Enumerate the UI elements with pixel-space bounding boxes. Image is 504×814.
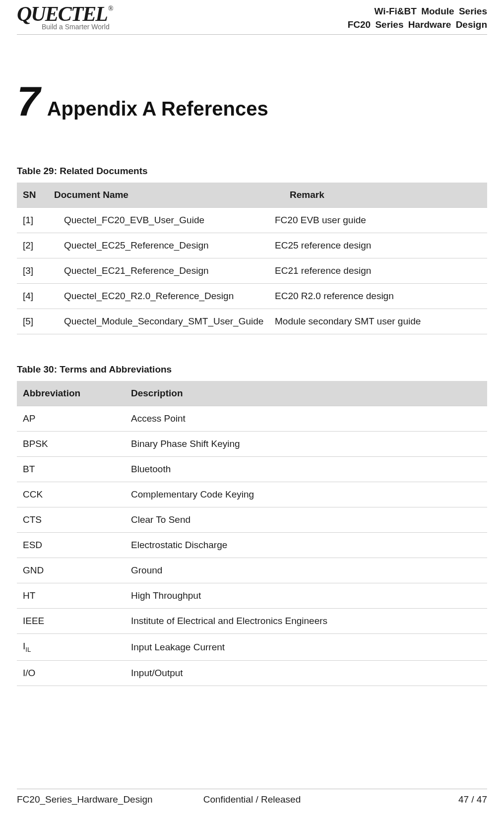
cell-desc: Binary Phase Shift Keying xyxy=(126,432,487,457)
cell-abbr: BPSK xyxy=(17,432,126,457)
cell-name: Quectel_EC20_R2.0_Reference_Design xyxy=(54,284,275,309)
th-abbr: Abbreviation xyxy=(17,381,126,406)
table-row: [5] Quectel_Module_Secondary_SMT_User_Gu… xyxy=(17,309,487,334)
footer-left: FC20_Series_Hardware_Design xyxy=(17,794,153,805)
chapter-heading: 7 Appendix A References xyxy=(17,80,487,122)
cell-sn: [1] xyxy=(17,208,54,233)
table-29-caption: Table 29: Related Documents xyxy=(17,166,487,177)
cell-abbr: GND xyxy=(17,558,126,583)
chapter-number: 7 xyxy=(17,80,40,122)
th-remark: Remark xyxy=(275,183,487,208)
cell-name: Quectel_EC25_Reference_Design xyxy=(54,233,275,258)
header-right: Wi-Fi&BT Module Series FC20 Series Hardw… xyxy=(348,5,487,31)
cell-sn: [3] xyxy=(17,258,54,284)
cell-sn: [5] xyxy=(17,309,54,334)
cell-sn: [4] xyxy=(17,284,54,309)
cell-abbr: I/O xyxy=(17,660,126,686)
cell-abbr: BT xyxy=(17,457,126,482)
cell-abbr: ESD xyxy=(17,533,126,558)
table-header-row: SN Document Name Remark xyxy=(17,183,487,208)
table-29: SN Document Name Remark [1] Quectel_FC20… xyxy=(17,183,487,334)
th-sn: SN xyxy=(17,183,54,208)
page-header: QUECTEL ® Build a Smarter World Wi-Fi&BT… xyxy=(17,0,487,35)
cell-remark: FC20 EVB user guide xyxy=(275,208,487,233)
cell-desc: Ground xyxy=(126,558,487,583)
logo-tagline: Build a Smarter World xyxy=(42,23,113,31)
cell-name: Quectel_Module_Secondary_SMT_User_Guide xyxy=(54,309,275,334)
table-row: [4] Quectel_EC20_R2.0_Reference_Design E… xyxy=(17,284,487,309)
table-30-caption: Table 30: Terms and Abbreviations xyxy=(17,364,487,375)
cell-sn: [2] xyxy=(17,233,54,258)
cell-desc: Complementary Code Keying xyxy=(126,482,487,507)
cell-desc: Clear To Send xyxy=(126,507,487,533)
table-row: AP Access Point xyxy=(17,406,487,432)
header-line-2: FC20 Series Hardware Design xyxy=(348,18,487,32)
cell-remark: EC21 reference design xyxy=(275,258,487,284)
cell-desc: Institute of Electrical and Electronics … xyxy=(126,609,487,634)
cell-remark: EC20 R2.0 reference design xyxy=(275,284,487,309)
cell-name: Quectel_EC21_Reference_Design xyxy=(54,258,275,284)
table-row: GND Ground xyxy=(17,558,487,583)
table-row: CCK Complementary Code Keying xyxy=(17,482,487,507)
cell-desc: Input/Output xyxy=(126,660,487,686)
table-row: BT Bluetooth xyxy=(17,457,487,482)
cell-remark: Module secondary SMT user guide xyxy=(275,309,487,334)
table-row: [2] Quectel_EC25_Reference_Design EC25 r… xyxy=(17,233,487,258)
logo-name: QUECTEL ® xyxy=(17,5,113,24)
cell-desc: Access Point xyxy=(126,406,487,432)
th-desc: Description xyxy=(126,381,487,406)
cell-abbr: IIL xyxy=(17,634,126,661)
registered-mark: ® xyxy=(108,6,113,12)
table-row: CTS Clear To Send xyxy=(17,507,487,533)
cell-abbr: CCK xyxy=(17,482,126,507)
footer-right: 47 / 47 xyxy=(458,794,487,805)
logo-block: QUECTEL ® Build a Smarter World xyxy=(17,5,113,31)
cell-abbr: IEEE xyxy=(17,609,126,634)
cell-desc: Input Leakage Current xyxy=(126,634,487,661)
table-row: [3] Quectel_EC21_Reference_Design EC21 r… xyxy=(17,258,487,284)
cell-abbr: HT xyxy=(17,583,126,609)
header-line-1: Wi-Fi&BT Module Series xyxy=(348,5,487,18)
table-row: IIL Input Leakage Current xyxy=(17,634,487,661)
chapter-title: Appendix A References xyxy=(47,99,268,119)
cell-abbr: CTS xyxy=(17,507,126,533)
cell-abbr: AP xyxy=(17,406,126,432)
th-name: Document Name xyxy=(54,183,275,208)
table-row: I/O Input/Output xyxy=(17,660,487,686)
table-row: [1] Quectel_FC20_EVB_User_Guide FC20 EVB… xyxy=(17,208,487,233)
table-row: IEEE Institute of Electrical and Electro… xyxy=(17,609,487,634)
table-row: ESD Electrostatic Discharge xyxy=(17,533,487,558)
table-row: BPSK Binary Phase Shift Keying xyxy=(17,432,487,457)
cell-desc: High Throughput xyxy=(126,583,487,609)
table-30: Abbreviation Description AP Access Point… xyxy=(17,381,487,686)
table-header-row: Abbreviation Description xyxy=(17,381,487,406)
cell-name: Quectel_FC20_EVB_User_Guide xyxy=(54,208,275,233)
logo-text: QUECTEL xyxy=(17,5,107,24)
cell-desc: Electrostatic Discharge xyxy=(126,533,487,558)
page-footer: FC20_Series_Hardware_Design Confidential… xyxy=(17,789,487,805)
table-row: HT High Throughput xyxy=(17,583,487,609)
cell-remark: EC25 reference design xyxy=(275,233,487,258)
cell-desc: Bluetooth xyxy=(126,457,487,482)
